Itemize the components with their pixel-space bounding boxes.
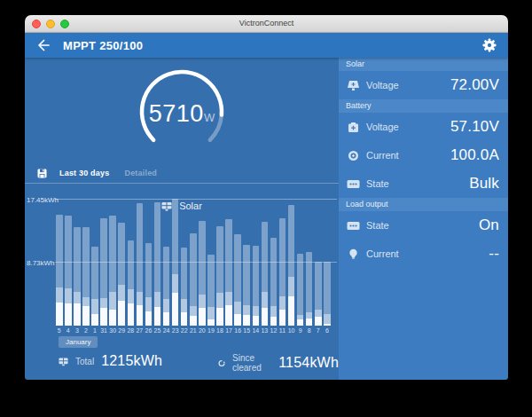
segment_faint xyxy=(288,205,295,277)
segment_light xyxy=(243,305,250,315)
chart-bar-day-4[interactable] xyxy=(65,216,72,326)
row-load-current: Current -- xyxy=(339,240,508,268)
segment_solid xyxy=(279,310,286,326)
segment_solid xyxy=(145,311,153,326)
segment_solid xyxy=(270,317,278,326)
row-solar-voltage: Voltage 72.00V xyxy=(339,71,508,99)
segment_faint xyxy=(118,223,125,285)
chart-bar-day-21[interactable] xyxy=(190,233,197,326)
segment_faint xyxy=(163,247,170,299)
row-label: State xyxy=(366,220,389,231)
macos-titlebar: VictronConnect xyxy=(25,15,508,33)
chart-bar-day-2[interactable] xyxy=(82,227,90,326)
segment_light xyxy=(145,297,153,311)
segment_light xyxy=(128,289,135,303)
segment_faint xyxy=(306,252,313,312)
total-group: Total 1215kWh xyxy=(59,353,162,369)
chart-bar-day-14[interactable] xyxy=(253,246,260,326)
chart-bar-day-19[interactable] xyxy=(207,255,215,326)
chart-bar-day-23[interactable] xyxy=(172,199,179,326)
month-chip[interactable]: January xyxy=(59,336,98,348)
segment_light xyxy=(118,285,125,302)
chart-bar-day-26[interactable] xyxy=(145,243,153,326)
chart-bar-day-18[interactable] xyxy=(216,226,223,326)
segment_light xyxy=(154,292,161,307)
segment_solid xyxy=(288,296,295,326)
chart-bar-day-24[interactable] xyxy=(163,247,170,327)
x-axis-labels: 5432131302928272625242322212019181716151… xyxy=(55,327,337,336)
chart-bar-day-8[interactable] xyxy=(306,252,313,326)
segment_faint xyxy=(82,227,90,298)
y-axis-tick-top: 17.45kWh xyxy=(27,196,59,204)
desktop-background: VictronConnect MPPT 250/100 xyxy=(0,0,532,417)
solar-power-gauge: 5710W xyxy=(133,63,231,161)
totals-row: Total 1215kWh Since cleared 1154kWh xyxy=(25,353,339,373)
segment_solid xyxy=(56,303,63,326)
battery-current-value: 100.0A xyxy=(450,146,499,164)
segment_solid xyxy=(253,316,260,326)
row-load-state: State On xyxy=(339,211,508,240)
segment_solid xyxy=(315,317,322,326)
chart-bar-day-27[interactable] xyxy=(137,203,144,326)
tab-detailed[interactable]: Detailed xyxy=(124,169,157,177)
settings-gear-icon[interactable] xyxy=(482,38,497,52)
chart-bar-day-15[interactable] xyxy=(243,245,250,326)
chart-bar-day-5[interactable] xyxy=(56,215,63,326)
segment_solid xyxy=(82,306,90,326)
segment_faint xyxy=(315,262,322,311)
chart-bar-day-3[interactable] xyxy=(74,227,81,326)
segment_light xyxy=(172,274,179,292)
segment_faint xyxy=(91,247,98,299)
segment_light xyxy=(225,292,232,305)
segment_solid xyxy=(74,303,81,326)
segment_solid xyxy=(91,314,98,326)
chart-bar-day-25[interactable] xyxy=(154,202,161,326)
chart-bar-day-20[interactable] xyxy=(199,221,206,326)
row-battery-current: Current 100.0A xyxy=(339,141,508,169)
gauge-value: 5710W xyxy=(133,100,231,128)
chart-bar-day-28[interactable] xyxy=(128,240,135,326)
segment_faint xyxy=(216,226,223,294)
row-label: Current xyxy=(366,150,399,161)
total-value: 1215kWh xyxy=(101,353,162,369)
segment_light xyxy=(91,299,98,314)
segment_light xyxy=(253,306,260,316)
chart-bar-day-22[interactable] xyxy=(181,248,188,326)
chart-bar-day-6[interactable] xyxy=(324,262,331,326)
chart-bar-day-12[interactable] xyxy=(270,238,278,326)
segment_light xyxy=(163,299,170,312)
back-arrow-icon[interactable] xyxy=(36,38,51,52)
segment_light xyxy=(324,314,331,324)
segment_faint xyxy=(297,254,304,315)
load-current-value: -- xyxy=(489,245,499,263)
segment_faint xyxy=(190,233,197,306)
tab-last-30-days[interactable]: Last 30 days xyxy=(59,169,109,177)
segment_solid xyxy=(207,319,215,326)
chart-bar-day-7[interactable] xyxy=(315,262,322,326)
chart-bar-day-10[interactable] xyxy=(288,205,295,326)
chart-bar-day-11[interactable] xyxy=(279,218,286,326)
y-axis-tick-mid: 8.73kWh xyxy=(27,259,55,267)
segment_solid xyxy=(154,307,161,326)
segment_light xyxy=(270,306,278,317)
save-icon[interactable] xyxy=(37,169,47,178)
row-label: Current xyxy=(366,248,399,259)
history-reset-icon xyxy=(218,358,225,368)
segment_light xyxy=(137,292,144,305)
chart-bar-day-29[interactable] xyxy=(118,223,125,326)
chart-bar-day-9[interactable] xyxy=(297,254,304,326)
chart-bar-day-31[interactable] xyxy=(100,218,107,326)
solar-history-chart[interactable] xyxy=(55,187,337,326)
segment_light xyxy=(262,292,269,309)
segment_light xyxy=(65,288,72,303)
row-label: Voltage xyxy=(366,80,399,90)
segment_light xyxy=(82,297,90,306)
chart-bar-day-16[interactable] xyxy=(234,234,241,326)
chart-bar-day-30[interactable] xyxy=(109,216,116,327)
segment_solid xyxy=(163,312,170,326)
chart-bar-day-17[interactable] xyxy=(225,219,232,326)
history-tabs-row: Last 30 days Detailed xyxy=(25,163,339,184)
chart-bar-day-1[interactable] xyxy=(91,247,98,326)
chart-bar-day-13[interactable] xyxy=(262,222,269,326)
segment_faint xyxy=(100,218,107,298)
